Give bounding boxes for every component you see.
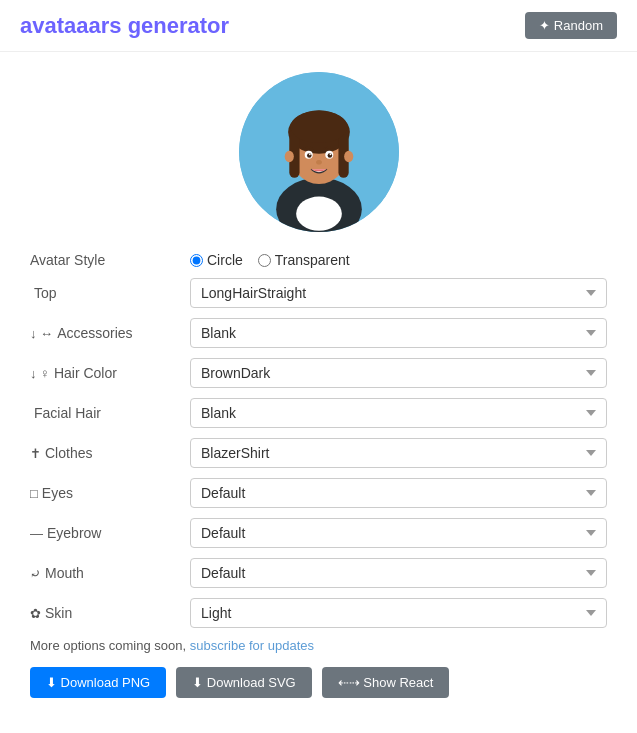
svg-point-15 <box>316 160 322 165</box>
clothes-label-text: Clothes <box>45 445 92 461</box>
svg-point-14 <box>329 153 331 155</box>
mouth-label-text: Mouth <box>45 565 84 581</box>
haircolor-label-text: Hair Color <box>54 365 117 381</box>
field-row-haircolor: ↓ ♀ Hair ColorBrownDark <box>30 358 607 388</box>
eyes-icon: □ <box>30 486 38 501</box>
top-label-text: Top <box>34 285 57 301</box>
field-wrap-eyes: Default <box>190 478 607 508</box>
svg-point-13 <box>309 153 311 155</box>
eyebrow-label-text: Eyebrow <box>47 525 101 541</box>
field-select-facialhair[interactable]: Blank <box>190 398 607 428</box>
field-row-accessories: ↓ ↔ AccessoriesBlank <box>30 318 607 348</box>
field-label-facialhair: Facial Hair <box>30 405 190 421</box>
field-label-mouth: ⤾ Mouth <box>30 565 190 581</box>
header: avataaars generator ✦ Random <box>0 0 637 52</box>
avatar-preview-area <box>0 52 637 242</box>
field-row-mouth: ⤾ MouthDefault <box>30 558 607 588</box>
avatar-style-label: Avatar Style <box>30 252 190 268</box>
style-transparent-radio[interactable] <box>258 254 271 267</box>
field-wrap-haircolor: BrownDark <box>190 358 607 388</box>
avatar-style-row: Avatar Style Circle Transparent <box>30 252 607 268</box>
more-options-text: More options coming soon, subscribe for … <box>30 638 607 653</box>
field-label-top: Top <box>30 285 190 301</box>
field-select-eyes[interactable]: Default <box>190 478 607 508</box>
svg-point-17 <box>344 151 353 162</box>
skin-icon: ✿ <box>30 606 41 621</box>
avatar-style-radio-group: Circle Transparent <box>190 252 350 268</box>
mouth-icon: ⤾ <box>30 566 41 581</box>
avatar-svg <box>239 72 399 232</box>
eyebrow-icon: — <box>30 526 43 541</box>
clothes-icon: ✝ <box>30 446 41 461</box>
svg-point-8 <box>290 111 347 143</box>
random-button[interactable]: ✦ Random <box>525 12 617 39</box>
field-row-facialhair: Facial HairBlank <box>30 398 607 428</box>
field-select-clothes[interactable]: BlazerShirt <box>190 438 607 468</box>
show-react-button[interactable]: ⇠⇢ Show React <box>322 667 450 698</box>
field-label-haircolor: ↓ ♀ Hair Color <box>30 365 190 381</box>
eyes-label-text: Eyes <box>42 485 73 501</box>
field-wrap-facialhair: Blank <box>190 398 607 428</box>
field-wrap-skin: Light <box>190 598 607 628</box>
field-row-eyes: □ EyesDefault <box>30 478 607 508</box>
form-rows-container: TopLongHairStraight↓ ↔ AccessoriesBlank↓… <box>30 278 607 628</box>
field-label-accessories: ↓ ↔ Accessories <box>30 325 190 341</box>
field-wrap-clothes: BlazerShirt <box>190 438 607 468</box>
style-circle-text: Circle <box>207 252 243 268</box>
download-png-button[interactable]: ⬇ Download PNG <box>30 667 166 698</box>
style-transparent-text: Transparent <box>275 252 350 268</box>
field-select-accessories[interactable]: Blank <box>190 318 607 348</box>
field-row-clothes: ✝ ClothesBlazerShirt <box>30 438 607 468</box>
field-row-top: TopLongHairStraight <box>30 278 607 308</box>
facialhair-label-text: Facial Hair <box>34 405 101 421</box>
svg-point-3 <box>296 197 342 231</box>
field-select-skin[interactable]: Light <box>190 598 607 628</box>
svg-point-16 <box>284 151 293 162</box>
field-label-eyebrow: — Eyebrow <box>30 525 190 541</box>
subscribe-link[interactable]: subscribe for updates <box>190 638 314 653</box>
button-row: ⬇ Download PNG ⬇ Download SVG ⇠⇢ Show Re… <box>30 667 607 698</box>
style-circle-radio[interactable] <box>190 254 203 267</box>
field-wrap-accessories: Blank <box>190 318 607 348</box>
accessories-icon: ↓ ↔ <box>30 326 53 341</box>
field-select-haircolor[interactable]: BrownDark <box>190 358 607 388</box>
field-select-eyebrow[interactable]: Default <box>190 518 607 548</box>
field-wrap-mouth: Default <box>190 558 607 588</box>
field-select-top[interactable]: LongHairStraight <box>190 278 607 308</box>
field-label-skin: ✿ Skin <box>30 605 190 621</box>
style-transparent-label[interactable]: Transparent <box>258 252 350 268</box>
field-wrap-eyebrow: Default <box>190 518 607 548</box>
field-row-eyebrow: — EyebrowDefault <box>30 518 607 548</box>
haircolor-icon: ↓ ♀ <box>30 366 50 381</box>
field-label-eyes: □ Eyes <box>30 485 190 501</box>
skin-label-text: Skin <box>45 605 72 621</box>
field-row-skin: ✿ SkinLight <box>30 598 607 628</box>
field-wrap-top: LongHairStraight <box>190 278 607 308</box>
form-area: Avatar Style Circle Transparent TopLongH… <box>0 242 637 718</box>
download-svg-button[interactable]: ⬇ Download SVG <box>176 667 312 698</box>
style-circle-label[interactable]: Circle <box>190 252 243 268</box>
accessories-label-text: Accessories <box>57 325 132 341</box>
field-select-mouth[interactable]: Default <box>190 558 607 588</box>
avatar-circle <box>239 72 399 232</box>
app-title: avataaars generator <box>20 13 229 39</box>
field-label-clothes: ✝ Clothes <box>30 445 190 461</box>
